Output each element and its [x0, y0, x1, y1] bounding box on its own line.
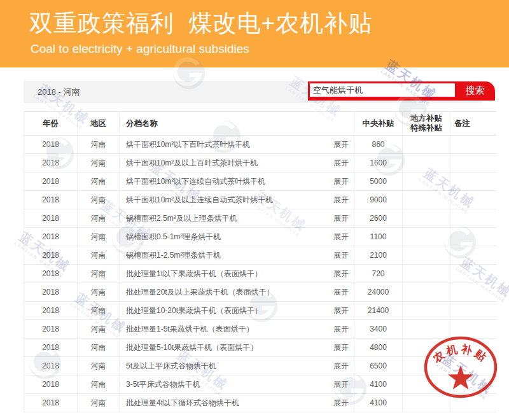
year-cell: 2018 [24, 283, 78, 302]
region-cell: 河南 [78, 228, 120, 246]
category-cell: 锅槽面积1-2.5m²理条烘干机展开 [120, 246, 354, 265]
category-cell: 批处理量10-20t果蔬烘干机（表面烘干）展开 [120, 302, 354, 320]
search-button[interactable]: 搜索 [455, 81, 495, 99]
note-cell [450, 136, 497, 154]
local-subsidy-cell [403, 136, 450, 154]
expand-link[interactable]: 展开 [333, 172, 349, 190]
note-cell [450, 154, 497, 172]
stamp-star-icon [448, 365, 473, 389]
expand-link[interactable]: 展开 [333, 357, 349, 375]
region-cell: 河南 [78, 320, 120, 339]
breadcrumb: 2018 - 河南 [38, 81, 80, 103]
note-cell [450, 228, 497, 246]
year-cell: 2018 [24, 320, 78, 339]
expand-link[interactable]: 展开 [333, 375, 349, 393]
category-name: 锅槽面积2.5m²及以上理条烘干机 [126, 214, 237, 223]
local-subsidy-cell [403, 209, 450, 228]
category-cell: 3-5t平床式谷物烘干机展开 [120, 375, 354, 394]
table-row: 2018河南锅槽面积0.5-1m²理条烘干机展开1100 [24, 228, 497, 246]
note-cell [450, 246, 497, 265]
region-cell: 河南 [78, 246, 120, 265]
note-cell [450, 191, 497, 209]
table-row: 2018河南烘干面积10m²以下百叶式茶叶烘干机展开860 [24, 136, 497, 154]
local-subsidy-cell [403, 265, 450, 283]
search-box: 搜索 [308, 81, 495, 101]
expand-link[interactable]: 展开 [333, 246, 349, 264]
column-header-note: 备注 [450, 112, 497, 136]
category-name: 锅槽面积0.5-1m²理条烘干机 [126, 232, 221, 241]
category-cell: 批处理量4t以下循环式谷物烘干机展开 [120, 394, 354, 412]
category-name: 3-5t平床式谷物烘干机 [126, 380, 200, 389]
expand-link[interactable]: 展开 [333, 209, 349, 227]
year-cell: 2018 [24, 191, 78, 209]
category-cell: 锅槽面积2.5m²及以上理条烘干机展开 [120, 209, 354, 228]
local-subsidy-cell [403, 172, 450, 191]
central-subsidy-cell: 24000 [354, 283, 403, 302]
table-row: 2018河南烘干面积10m²以下连续自动式茶叶烘干机展开5000 [24, 172, 497, 191]
column-header-central: 中央补贴 [354, 112, 403, 136]
column-header-region: 地区 [78, 112, 120, 136]
central-subsidy-cell: 4100 [354, 375, 403, 394]
region-cell: 河南 [78, 136, 120, 154]
expand-link[interactable]: 展开 [333, 283, 349, 301]
table-row: 2018河南锅槽面积1-2.5m²理条烘干机展开2100 [24, 246, 497, 265]
central-subsidy-cell: 2100 [354, 246, 403, 265]
expand-link[interactable]: 展开 [333, 302, 349, 319]
category-cell: 批处理量1-5t果蔬烘干机（表面烘干）展开 [120, 320, 354, 339]
year-cell: 2018 [24, 136, 78, 154]
column-header-local-line2: 特殊补贴 [403, 123, 450, 133]
central-subsidy-cell: 4100 [354, 394, 403, 412]
category-cell: 烘干面积10m²及以上连续自动式茶叶烘干机展开 [120, 191, 354, 209]
central-subsidy-cell: 4800 [354, 339, 403, 357]
table-row: 2018河南批处理量20t及以上果蔬烘干机（表面烘干）展开24000 [24, 283, 497, 302]
year-cell: 2018 [24, 228, 78, 246]
expand-link[interactable]: 展开 [333, 265, 349, 283]
expand-link[interactable]: 展开 [333, 136, 349, 153]
table-row: 2018河南批处理量1t以下果蔬烘干机（表面烘干）展开720 [24, 265, 497, 283]
category-cell: 烘干面积10m²以下连续自动式茶叶烘干机展开 [120, 172, 354, 191]
year-cell: 2018 [24, 246, 78, 265]
category-cell: 批处理量5-10t果蔬烘干机（表面烘干）展开 [120, 339, 354, 357]
region-cell: 河南 [78, 172, 120, 191]
category-name: 锅槽面积1-2.5m²理条烘干机 [126, 251, 221, 260]
expand-link[interactable]: 展开 [333, 394, 349, 412]
expand-link[interactable]: 展开 [333, 191, 349, 209]
region-cell: 河南 [78, 265, 120, 283]
category-name: 烘干面积10m²及以上连续自动式茶叶烘干机 [126, 195, 273, 204]
region-cell: 河南 [78, 394, 120, 412]
note-cell [450, 302, 497, 320]
region-cell: 河南 [78, 191, 120, 209]
central-subsidy-cell: 1600 [354, 154, 403, 172]
table-header-row: 年份 地区 分档名称 中央补贴 地方补贴 特殊补贴 备注 [24, 112, 497, 136]
expand-link[interactable]: 展开 [333, 320, 349, 338]
table-row: 2018河南批处理量10-20t果蔬烘干机（表面烘干）展开21400 [24, 302, 497, 320]
central-subsidy-cell: 3400 [354, 320, 403, 339]
local-subsidy-cell [403, 283, 450, 302]
search-input[interactable] [310, 83, 455, 97]
table-row: 2018河南锅槽面积2.5m²及以上理条烘干机展开2600 [24, 209, 497, 228]
column-header-year: 年份 [24, 112, 78, 136]
subsidy-stamp: 农机补贴 [422, 334, 499, 400]
region-cell: 河南 [78, 339, 120, 357]
category-cell: 5t及以上平床式谷物烘干机展开 [120, 357, 354, 375]
note-cell [450, 172, 497, 191]
note-cell [450, 283, 497, 302]
column-header-category: 分档名称 [120, 112, 354, 136]
central-subsidy-cell: 5000 [354, 172, 403, 191]
year-cell: 2018 [24, 357, 78, 375]
central-subsidy-cell: 1100 [354, 228, 403, 246]
note-cell [450, 265, 497, 283]
category-cell: 批处理量1t以下果蔬烘干机（表面烘干）展开 [120, 265, 354, 283]
year-cell: 2018 [24, 265, 78, 283]
central-subsidy-cell: 6500 [354, 357, 403, 375]
column-header-local: 地方补贴 特殊补贴 [403, 112, 450, 136]
expand-link[interactable]: 展开 [333, 154, 349, 172]
local-subsidy-cell [403, 302, 450, 320]
central-subsidy-cell: 9000 [354, 191, 403, 209]
category-name: 批处理量4t以下循环式谷物烘干机 [126, 398, 239, 407]
local-subsidy-cell [403, 228, 450, 246]
region-cell: 河南 [78, 283, 120, 302]
expand-link[interactable]: 展开 [333, 339, 349, 356]
expand-link[interactable]: 展开 [333, 228, 349, 246]
column-header-local-line1: 地方补贴 [403, 114, 450, 123]
